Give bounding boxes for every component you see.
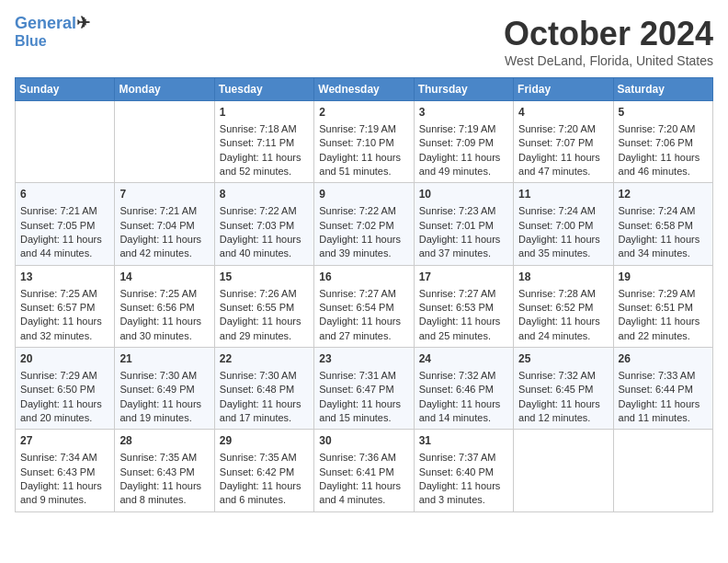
sunset-text: Sunset: 7:00 PM [518,219,608,233]
day-number: 30 [319,433,408,449]
sunrise-text: Sunrise: 7:30 AM [119,369,209,383]
sunset-text: Sunset: 7:02 PM [319,219,408,233]
calendar-cell: 10Sunrise: 7:23 AMSunset: 7:01 PMDayligh… [414,183,513,265]
calendar-cell: 9Sunrise: 7:22 AMSunset: 7:02 PMDaylight… [314,183,414,265]
day-number: 5 [619,105,708,121]
calendar-cell: 23Sunrise: 7:31 AMSunset: 6:47 PMDayligh… [314,348,414,430]
logo: General✈ Blue [15,15,90,49]
daylight-text: Daylight: 11 hours and 6 minutes. [220,479,309,508]
daylight-text: Daylight: 11 hours and 29 minutes. [220,315,309,343]
day-number: 23 [319,351,408,367]
sunrise-text: Sunrise: 7:20 AM [619,122,708,136]
calendar-cell: 19Sunrise: 7:29 AMSunset: 6:51 PMDayligh… [613,265,712,347]
sunset-text: Sunset: 6:49 PM [119,383,209,396]
sunset-text: Sunset: 6:40 PM [419,465,508,479]
day-number: 8 [220,187,309,202]
column-header-saturday: Saturday [613,78,712,101]
calendar-cell: 15Sunrise: 7:26 AMSunset: 6:55 PMDayligh… [214,265,313,347]
sunset-text: Sunset: 6:41 PM [319,465,408,479]
day-number: 22 [220,351,309,367]
sunset-text: Sunset: 6:53 PM [419,301,508,315]
day-number: 24 [419,351,508,367]
day-number: 28 [119,433,209,449]
day-number: 9 [319,187,408,202]
sunset-text: Sunset: 7:07 PM [518,136,608,150]
daylight-text: Daylight: 11 hours and 37 minutes. [419,233,508,261]
calendar-cell: 13Sunrise: 7:25 AMSunset: 6:57 PMDayligh… [16,265,115,347]
sunrise-text: Sunrise: 7:29 AM [619,287,708,301]
calendar-header-row: SundayMondayTuesdayWednesdayThursdayFrid… [16,78,713,101]
sunset-text: Sunset: 6:58 PM [619,219,708,233]
sunset-text: Sunset: 6:52 PM [518,301,608,315]
location: West DeLand, Florida, United States [504,53,713,68]
sunset-text: Sunset: 6:50 PM [20,383,109,396]
sunrise-text: Sunrise: 7:37 AM [419,451,508,465]
daylight-text: Daylight: 11 hours and 35 minutes. [518,233,608,261]
sunrise-text: Sunrise: 7:30 AM [220,369,309,383]
column-header-sunday: Sunday [16,78,115,101]
sunset-text: Sunset: 6:46 PM [419,383,508,396]
day-number: 14 [119,270,209,285]
day-number: 16 [319,270,408,285]
day-number: 31 [419,433,508,449]
month-title: October 2024 [504,15,713,53]
daylight-text: Daylight: 11 hours and 47 minutes. [518,151,608,179]
calendar-cell: 28Sunrise: 7:35 AMSunset: 6:43 PMDayligh… [115,430,214,511]
calendar-cell: 2Sunrise: 7:19 AMSunset: 7:10 PMDaylight… [314,101,414,183]
sunset-text: Sunset: 6:47 PM [319,383,408,396]
sunrise-text: Sunrise: 7:33 AM [619,369,708,383]
calendar-cell: 29Sunrise: 7:35 AMSunset: 6:42 PMDayligh… [214,430,313,511]
daylight-text: Daylight: 11 hours and 22 minutes. [619,315,708,343]
sunrise-text: Sunrise: 7:26 AM [220,287,309,301]
calendar-cell: 18Sunrise: 7:28 AMSunset: 6:52 PMDayligh… [514,265,613,347]
daylight-text: Daylight: 11 hours and 46 minutes. [619,151,708,179]
daylight-text: Daylight: 11 hours and 42 minutes. [119,233,209,261]
logo-text: General✈ [15,15,90,33]
sunrise-text: Sunrise: 7:36 AM [319,451,408,465]
calendar-week-1: 1Sunrise: 7:18 AMSunset: 7:11 PMDaylight… [16,101,713,183]
calendar-cell: 4Sunrise: 7:20 AMSunset: 7:07 PMDaylight… [514,101,613,183]
calendar-cell [16,101,115,183]
calendar-table: SundayMondayTuesdayWednesdayThursdayFrid… [15,77,713,512]
day-number: 12 [619,187,708,202]
calendar-cell: 1Sunrise: 7:18 AMSunset: 7:11 PMDaylight… [214,101,313,183]
daylight-text: Daylight: 11 hours and 11 minutes. [619,397,708,426]
sunrise-text: Sunrise: 7:24 AM [619,204,708,218]
daylight-text: Daylight: 11 hours and 40 minutes. [220,233,309,261]
sunrise-text: Sunrise: 7:27 AM [319,287,408,301]
day-number: 26 [619,351,708,367]
sunrise-text: Sunrise: 7:25 AM [20,287,109,301]
sunrise-text: Sunrise: 7:19 AM [419,122,508,136]
daylight-text: Daylight: 11 hours and 44 minutes. [20,233,109,261]
daylight-text: Daylight: 11 hours and 32 minutes. [20,315,109,343]
daylight-text: Daylight: 11 hours and 15 minutes. [319,397,408,426]
sunset-text: Sunset: 7:01 PM [419,219,508,233]
calendar-cell: 11Sunrise: 7:24 AMSunset: 7:00 PMDayligh… [514,183,613,265]
calendar-cell [115,101,214,183]
sunrise-text: Sunrise: 7:22 AM [220,204,309,218]
sunrise-text: Sunrise: 7:27 AM [419,287,508,301]
daylight-text: Daylight: 11 hours and 25 minutes. [419,315,508,343]
daylight-text: Daylight: 11 hours and 3 minutes. [419,479,508,508]
sunrise-text: Sunrise: 7:21 AM [20,204,109,218]
column-header-wednesday: Wednesday [314,78,414,101]
day-number: 19 [619,270,708,285]
sunset-text: Sunset: 6:43 PM [119,465,209,479]
column-header-monday: Monday [115,78,214,101]
day-number: 20 [20,351,109,367]
logo-blue: Blue [15,33,90,50]
calendar-cell: 21Sunrise: 7:30 AMSunset: 6:49 PMDayligh… [115,348,214,430]
calendar-cell: 12Sunrise: 7:24 AMSunset: 6:58 PMDayligh… [613,183,712,265]
day-number: 2 [319,105,408,121]
calendar-cell: 25Sunrise: 7:32 AMSunset: 6:45 PMDayligh… [514,348,613,430]
column-header-friday: Friday [514,78,613,101]
day-number: 21 [119,351,209,367]
page-header: General✈ Blue October 2024 West DeLand, … [15,15,713,68]
daylight-text: Daylight: 11 hours and 9 minutes. [20,479,109,508]
daylight-text: Daylight: 11 hours and 14 minutes. [419,397,508,426]
day-number: 4 [518,105,608,121]
sunset-text: Sunset: 6:55 PM [220,301,309,315]
sunset-text: Sunset: 6:48 PM [220,383,309,396]
calendar-week-3: 13Sunrise: 7:25 AMSunset: 6:57 PMDayligh… [16,265,713,347]
daylight-text: Daylight: 11 hours and 49 minutes. [419,151,508,179]
